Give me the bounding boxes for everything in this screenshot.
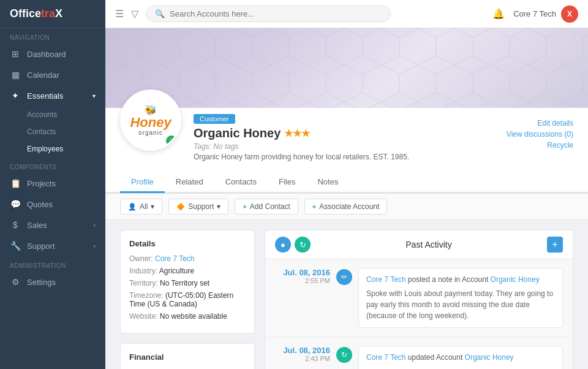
- recycle-link[interactable]: Recycle: [547, 141, 573, 150]
- content-area: 🐝 Honey organic 🔒 Customer Organic Honey…: [105, 28, 588, 369]
- owner-row: Owner: Core 7 Tech: [129, 254, 246, 263]
- profile-actions: Edit details View discussions (0) Recycl…: [507, 114, 573, 150]
- owner-value[interactable]: Core 7 Tech: [155, 254, 194, 263]
- filter-icon[interactable]: ▽: [131, 8, 138, 20]
- tags-line: Tags: No tags: [194, 142, 494, 151]
- star-rating: ★★★: [284, 127, 310, 139]
- user-badge: Core 7 Tech X: [513, 6, 578, 23]
- associate-account-button[interactable]: + Associate Account: [304, 199, 388, 215]
- activity-icon-col: ✏: [336, 268, 352, 328]
- profile-area: 🐝 Honey organic 🔒 Customer Organic Honey…: [105, 108, 588, 194]
- details-card: Details Owner: Core 7 Tech Industry: Agr…: [120, 230, 255, 333]
- actor-link[interactable]: Core 7 Tech: [366, 275, 405, 284]
- sidebar-item-projects[interactable]: 📋 Projects: [0, 173, 105, 194]
- financial-card: Financial Value: No quantity modificatio…: [120, 343, 255, 369]
- tab-contacts[interactable]: Contacts: [214, 172, 268, 193]
- sidebar-item-calendar[interactable]: ▦ Calendar: [0, 64, 105, 85]
- tabs: Profile Related Contacts Files Notes: [105, 167, 588, 193]
- sidebar-item-dashboard[interactable]: ⊞ Dashboard: [0, 44, 105, 64]
- filter-teal-button[interactable]: ↻: [295, 237, 311, 253]
- search-input[interactable]: [170, 9, 382, 18]
- calendar-icon: ▦: [10, 70, 21, 80]
- sidebar-item-label: Projects: [27, 179, 56, 188]
- sidebar-item-essentials[interactable]: ✦ Essentials ▾: [0, 85, 105, 106]
- sidebar-item-employees[interactable]: Employees: [0, 140, 105, 158]
- tab-files[interactable]: Files: [268, 172, 306, 193]
- sidebar-item-label: Dashboard: [27, 50, 66, 59]
- add-contact-button[interactable]: + Add Contact: [235, 199, 298, 215]
- view-discussions-link[interactable]: View discussions (0): [507, 130, 573, 139]
- topbar: ☰ ▽ 🔍 🔔 Core 7 Tech X: [105, 0, 588, 28]
- add-activity-button[interactable]: +: [547, 237, 563, 253]
- sidebar-item-quotes[interactable]: 💬 Quotes: [0, 194, 105, 215]
- actor-link[interactable]: Core 7 Tech: [366, 353, 405, 362]
- activity-panel: ● ↻ Past Activity + Jul. 08, 2016 2:55 P…: [265, 230, 573, 369]
- account-link[interactable]: Organic Honey: [491, 275, 540, 284]
- logo-text: OfficetraX: [10, 7, 62, 20]
- sidebar-item-accounts[interactable]: Accounts: [0, 106, 105, 123]
- avatar: X: [561, 6, 578, 23]
- main-area: ☰ ▽ 🔍 🔔 Core 7 Tech X 🐝: [105, 0, 588, 369]
- financial-title: Financial: [129, 352, 246, 362]
- date-label: Jul. 08, 2016: [275, 346, 330, 355]
- topbar-right: 🔔 Core 7 Tech X: [492, 6, 578, 23]
- account-name: Organic Honey ★★★: [194, 126, 494, 140]
- details-panel: Details Owner: Core 7 Tech Industry: Agr…: [120, 230, 255, 369]
- activity-content: Spoke with Louis about payment today. Th…: [366, 288, 555, 321]
- sidebar-item-settings[interactable]: ⚙ Settings: [0, 272, 105, 292]
- filter-blue-button[interactable]: ●: [275, 237, 291, 253]
- search-icon: 🔍: [155, 9, 165, 18]
- plus-icon: +: [312, 203, 316, 210]
- tab-notes[interactable]: Notes: [306, 172, 349, 193]
- activity-update-icon: ↻: [336, 347, 352, 363]
- gear-icon: ⚙: [10, 277, 21, 287]
- sidebar-item-label: Calendar: [27, 70, 59, 80]
- status-badge: Customer: [194, 114, 235, 124]
- activity-header: ● ↻ Past Activity +: [265, 230, 573, 259]
- menu-icon[interactable]: ☰: [115, 8, 124, 20]
- chevron-down-icon: ▾: [151, 202, 154, 211]
- user-name: Core 7 Tech: [513, 9, 556, 18]
- bell-icon[interactable]: 🔔: [492, 8, 505, 20]
- activity-date: Jul. 08, 2016 2:43 PM: [275, 346, 330, 369]
- activity-list: Jul. 08, 2016 2:55 PM ✏ Core 7 Tech post…: [265, 259, 573, 369]
- action-bar: 👤 All ▾ 🔶 Support ▾ + Add Contact + Asso…: [105, 194, 588, 220]
- profile-banner: [105, 28, 588, 108]
- account-link[interactable]: Organic Honey: [465, 353, 514, 362]
- chevron-right-icon: ‹: [94, 222, 96, 229]
- activity-date: Jul. 08, 2016 2:55 PM: [275, 268, 330, 328]
- details-title: Details: [129, 239, 246, 248]
- lock-icon: 🔒: [166, 135, 177, 146]
- person-icon: 👤: [128, 203, 137, 211]
- search-wrapper: 🔍: [146, 6, 391, 22]
- sidebar-item-label: Support: [27, 242, 55, 251]
- components-label: COMPONENTS: [0, 158, 105, 173]
- sales-icon: $: [10, 220, 21, 230]
- dashboard-icon: ⊞: [10, 49, 21, 59]
- nav-label: NAVIGATION: [0, 28, 105, 44]
- tab-related[interactable]: Related: [165, 172, 214, 193]
- support-button[interactable]: 🔶 Support ▾: [168, 199, 228, 215]
- quotes-icon: 💬: [10, 199, 21, 209]
- chevron-right-icon: ‹: [94, 243, 96, 249]
- profile-info: Customer Organic Honey ★★★ Tags: No tags…: [194, 114, 494, 161]
- sidebar-item-sales[interactable]: $ Sales ‹: [0, 215, 105, 235]
- profile-logo: 🐝 Honey organic 🔒: [120, 89, 181, 151]
- edit-details-link[interactable]: Edit details: [537, 119, 573, 127]
- sidebar-item-support[interactable]: 🔧 Support ‹: [0, 235, 105, 256]
- admin-label: ADMINISTRATION: [0, 256, 105, 272]
- activity-note-icon: ✏: [336, 269, 352, 285]
- activity-entry: Jul. 08, 2016 2:55 PM ✏ Core 7 Tech post…: [265, 259, 573, 337]
- essentials-icon: ✦: [10, 91, 21, 101]
- tab-profile[interactable]: Profile: [120, 172, 165, 193]
- activity-body: Core 7 Tech posted a note in Account Org…: [358, 268, 563, 328]
- sidebar-item-contacts[interactable]: Contacts: [0, 123, 105, 140]
- projects-icon: 📋: [10, 178, 21, 188]
- sidebar-item-label: Sales: [27, 221, 47, 230]
- all-button[interactable]: 👤 All ▾: [120, 199, 162, 215]
- activity-title-text: Core 7 Tech posted a note in Account Org…: [366, 275, 555, 285]
- date-label: Jul. 08, 2016: [275, 268, 330, 277]
- activity-title: Past Activity: [405, 240, 451, 249]
- profile-header: 🐝 Honey organic 🔒 Customer Organic Honey…: [120, 108, 573, 167]
- sidebar: OfficetraX NAVIGATION ⊞ Dashboard ▦ Cale…: [0, 0, 105, 369]
